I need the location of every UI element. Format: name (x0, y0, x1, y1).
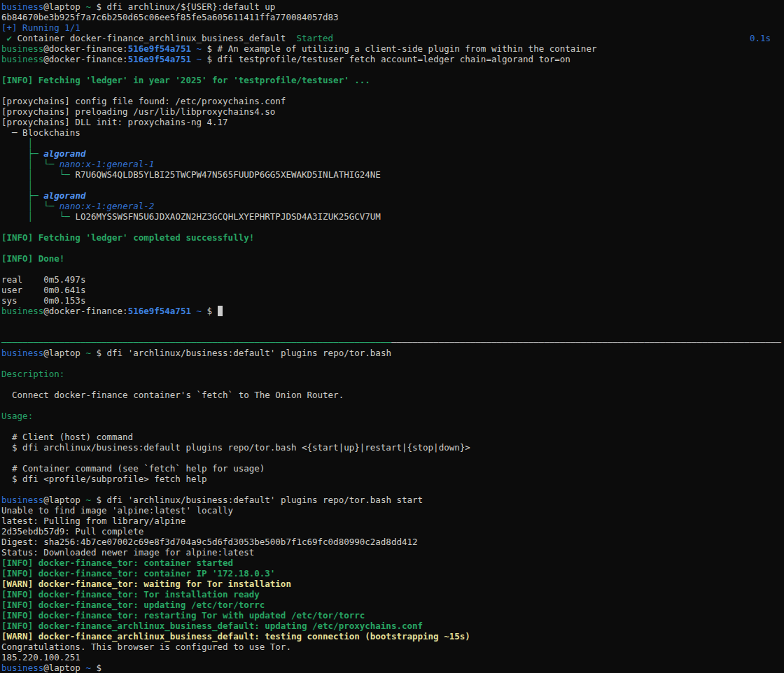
text-segment: Status: Downloaded newer image for alpin… (1, 547, 254, 558)
text-segment: ~ (85, 663, 91, 673)
text-segment: └─ (59, 169, 70, 180)
info-line: [INFO] docker-finance_tor: container sta… (1, 558, 784, 568)
text-segment: Usage: (1, 411, 33, 421)
heading-line: Usage: (1, 411, 784, 421)
text-segment: real 0m5.497s (1, 274, 85, 285)
text-segment: nano:x-1:general-1 (59, 159, 154, 169)
info-line: [INFO] docker-finance_tor: container IP … (1, 568, 784, 579)
text-segment: $ dfi archlinux/business:default plugins… (1, 442, 470, 453)
text-segment (1, 180, 28, 190)
text-segment: @docker-finance: (43, 306, 127, 316)
text-segment: R7U6QWS4QLDB5YLBI25TWCPW47N565FUUDP6GG5X… (70, 169, 381, 180)
text-segment: [INFO] Done! (1, 253, 64, 264)
divider-segment: ────────────────────────────────────────… (391, 337, 781, 348)
text-segment: # Container command (see `fetch` help fo… (1, 463, 265, 474)
divider-line: ────────────────────────────────────────… (1, 337, 784, 348)
blank-line (1, 453, 784, 463)
blank-line (1, 316, 784, 327)
blank-line (1, 379, 784, 390)
text-segment: business (1, 495, 43, 505)
terminal[interactable]: business@laptop ~ $ dfi archlinux/${USER… (0, 0, 784, 673)
text-segment: ✔ (1, 33, 12, 43)
text-segment: algorand (43, 190, 85, 201)
tree-line: ├─ algorand (1, 190, 784, 201)
info-line: [INFO] Fetching 'ledger' in year '2025' … (1, 75, 784, 85)
blank-line (1, 421, 784, 432)
output-line: user 0m0.641s (1, 285, 784, 295)
blank-line (1, 358, 784, 369)
text-segment: [INFO] Fetching 'ledger' in year '2025' … (1, 75, 370, 85)
terminal-cursor (218, 306, 223, 316)
text-segment: business (1, 348, 43, 358)
text-segment: $ (91, 663, 102, 673)
prompt-host-line: business@laptop ~ $ dfi archlinux/${USER… (1, 1, 784, 12)
prompt-container-line: business@docker-finance:516e9f54a751 ~ $… (1, 43, 784, 54)
output-line: # Container command (see `fetch` help fo… (1, 463, 784, 474)
text-segment (1, 148, 28, 159)
tree-line: │ (1, 138, 784, 148)
text-segment: [INFO] docker-finance_tor: container sta… (1, 558, 233, 568)
output-line: 185.220.100.251 (1, 652, 784, 663)
text-segment: [proxychains] preloading /usr/lib/libpro… (1, 106, 275, 117)
blank-line (1, 222, 784, 232)
text-segment: [INFO] docker-finance_tor: restarting To… (1, 610, 365, 621)
text-segment: $ dfi testprofile/testuser fetch account… (202, 54, 570, 64)
text-segment: @docker-finance: (43, 54, 127, 64)
text-segment: $ (202, 306, 218, 316)
text-segment: ~ (196, 43, 202, 54)
blank-line (1, 85, 784, 96)
text-segment: │ (28, 180, 34, 190)
output-line: sys 0m0.153s (1, 295, 784, 306)
output-line: Unable to find image 'alpine:latest' loc… (1, 505, 784, 516)
text-segment: [+] Running 1/1 (1, 22, 80, 33)
text-segment: # Client (host) command (1, 432, 133, 442)
text-segment: Container docker-finance_archlinux_busin… (12, 33, 296, 43)
output-line: $ dfi archlinux/business:default plugins… (1, 442, 784, 453)
tree-line: │ └─ nano:x-1:general-2 (1, 201, 784, 211)
output-line: 2d35ebdb57d9: Pull complete (1, 526, 784, 537)
text-segment: [INFO] docker-finance_archlinux_business… (1, 621, 423, 631)
text-segment: $ dfi archlinux/${USER}:default up (91, 1, 275, 12)
text-segment: business (1, 54, 43, 64)
text-segment: ~ (196, 306, 202, 316)
elapsed-time-badge: 0.1s (750, 33, 771, 43)
output-line: Digest: sha256:4b7ce07002c69e8f3d704a9c5… (1, 537, 784, 547)
info-line: [INFO] Fetching 'ledger' completed succe… (1, 232, 784, 243)
text-segment: 516e9f54a751 (128, 43, 191, 54)
text-segment: $ dfi 'archlinux/business:default' plugi… (91, 495, 423, 505)
blank-line (1, 243, 784, 253)
text-segment: [proxychains] config file found: /etc/pr… (1, 96, 286, 106)
text-segment: Connect docker-finance container's `fetc… (1, 390, 344, 400)
text-segment: └─ (59, 211, 70, 222)
tree-line: │ └─ R7U6QWS4QLDB5YLBI25TWCPW47N565FUUDP… (1, 169, 784, 180)
text-segment: ~ (196, 54, 202, 64)
text-segment: Started (296, 33, 333, 43)
blank-line (1, 327, 784, 337)
text-segment: nano:x-1:general-2 (59, 201, 154, 211)
text-segment (1, 211, 28, 222)
text-segment: business (1, 1, 43, 12)
text-segment: business (1, 43, 43, 54)
text-segment: business (1, 306, 43, 316)
blank-line (1, 264, 784, 274)
tree-line: │ └─ nano:x-1:general-1 (1, 159, 784, 169)
output-line: $ dfi <profile/subprofile> fetch help (1, 474, 784, 484)
text-segment: ├─ (28, 148, 38, 159)
text-segment (33, 201, 43, 211)
text-segment: $ # An example of utilizing a client-sid… (202, 43, 596, 54)
info-line: [INFO] Done! (1, 253, 784, 264)
output-line: [proxychains] config file found: /etc/pr… (1, 96, 784, 106)
output-line: latest: Pulling from library/alpine (1, 516, 784, 526)
tree-line: │ └─ LO26MYSSWSFN5U6JDXAOZN2HZ3GCQHLXYEP… (1, 211, 784, 222)
text-segment: $ dfi <profile/subprofile> fetch help (1, 474, 207, 484)
warn-line: [WARN] docker-finance_archlinux_business… (1, 631, 784, 642)
output-line: [proxychains] preloading /usr/lib/libpro… (1, 106, 784, 117)
text-segment: @laptop (43, 495, 85, 505)
text-segment: user 0m0.641s (1, 285, 85, 295)
text-segment: [proxychains] DLL init: proxychains-ng 4… (1, 117, 228, 127)
status-line: ✔ Container docker-finance_archlinux_bus… (1, 33, 784, 43)
text-segment: ~ (85, 348, 91, 358)
tree-line: ─ Blockchains (1, 127, 784, 138)
text-segment (33, 159, 43, 169)
text-segment: 6b84670be3b925f7a7c6b250d65c06ee5f85fe5a… (1, 12, 339, 22)
